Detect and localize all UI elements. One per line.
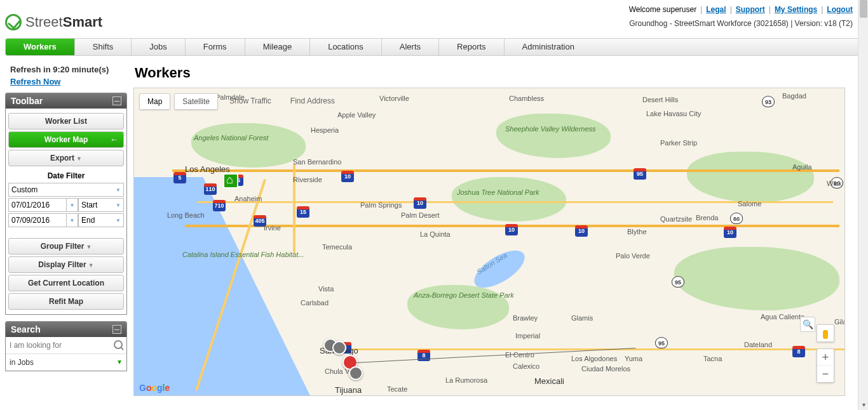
nav-locations[interactable]: Locations <box>310 39 382 55</box>
nav-forms[interactable]: Forms <box>186 39 245 55</box>
us-route-shield-icon: 93 <box>762 96 775 107</box>
map-city-label: Brenda <box>696 214 718 222</box>
map-city-label: Los Angeles <box>185 164 230 174</box>
scroll-down-icon[interactable]: ▾ <box>858 400 868 410</box>
display-filter-button[interactable]: Display Filter▼ <box>8 256 124 273</box>
nav-mileage[interactable]: Mileage <box>245 39 311 55</box>
end-date-input[interactable]: 07/09/2016 <box>8 213 67 227</box>
map-city-label: Anaheim <box>234 195 262 202</box>
worker-marker-icon[interactable] <box>332 341 346 355</box>
nav-alerts[interactable]: Alerts <box>382 39 439 55</box>
welcome-text: Welcome superuser <box>629 5 697 14</box>
header: StreetSmart Welcome superuser |Legal |Su… <box>0 0 868 32</box>
home-marker-icon[interactable] <box>223 173 238 188</box>
search-input[interactable] <box>6 337 126 354</box>
end-time-select[interactable]: End▼ <box>78 213 124 227</box>
group-filter-button[interactable]: Group Filter▼ <box>8 238 124 255</box>
map-canvas[interactable]: 5 110 15 710 405 15 10 10 10 10 95 10 8 … <box>134 88 844 395</box>
date-filter-type-select[interactable]: Custom▼ <box>8 183 124 197</box>
caret-down-icon: ▼ <box>116 187 121 193</box>
magnify-button[interactable]: 🔍 <box>800 317 815 332</box>
interstate-shield-icon: 110 <box>204 183 217 195</box>
logo: StreetSmart <box>5 14 102 30</box>
main-nav: Workers Shifts Jobs Forms Mileage Locati… <box>5 38 863 56</box>
map-container[interactable]: Map Satellite Show Traffic Find Address <box>133 88 845 396</box>
map-city-label: Victorville <box>379 95 409 102</box>
my-settings-link[interactable]: My Settings <box>775 5 817 14</box>
logo-text: StreetSmart <box>25 14 102 30</box>
end-date-picker-button[interactable]: ▼ <box>67 213 78 227</box>
map-controls: Map Satellite Show Traffic Find Address <box>139 93 342 110</box>
map-tab-find-address[interactable]: Find Address <box>283 93 342 110</box>
zoom-in-button[interactable]: + <box>817 349 834 366</box>
nav-workers[interactable]: Workers <box>6 39 75 55</box>
search-icon[interactable] <box>114 340 123 349</box>
get-current-location-button[interactable]: Get Current Location <box>8 275 124 291</box>
worker-map-button[interactable]: Worker Map← <box>8 131 124 148</box>
start-date-input[interactable]: 07/01/2016 <box>8 198 67 212</box>
map-city-label: Irvine <box>264 224 281 232</box>
interstate-shield-icon: 10 <box>724 227 736 238</box>
map-city-label: Mexicali <box>534 376 564 386</box>
map-zoom-control: + − <box>817 348 834 383</box>
support-link[interactable]: Support <box>736 5 765 14</box>
export-button[interactable]: Export▼ <box>8 150 124 166</box>
toolbar-panel: Toolbar — Worker List Worker Map← Export… <box>5 93 127 315</box>
nav-jobs[interactable]: Jobs <box>132 39 185 55</box>
map-city-label: Temecula <box>322 243 352 251</box>
map-city-label: Palm Springs <box>360 201 402 209</box>
refit-map-button[interactable]: Refit Map <box>8 293 124 310</box>
pegman-icon[interactable] <box>817 324 834 342</box>
map-park-label: Catalina Island Essential Fish Habitat..… <box>182 251 246 258</box>
start-date-picker-button[interactable]: ▼ <box>67 198 78 212</box>
map-city-label: Aguila <box>792 163 812 171</box>
interstate-shield-icon: 5 <box>173 172 186 183</box>
map-city-label: Calexico <box>513 362 539 370</box>
map-city-label: Palo Verde <box>616 252 650 260</box>
map-city-label: Parker Strip <box>660 139 697 147</box>
nav-shifts[interactable]: Shifts <box>75 39 132 55</box>
map-city-label: Tijuana <box>335 385 362 395</box>
page-scrollbar[interactable]: ▴ ▾ <box>858 0 868 410</box>
us-route-shield-icon: 95 <box>655 337 668 348</box>
caret-down-icon: ▼ <box>76 155 82 162</box>
collapse-icon[interactable]: — <box>112 325 121 334</box>
map-city-label: Palm Desert <box>401 211 440 219</box>
page-title: Workers <box>135 65 863 81</box>
interstate-shield-icon: 10 <box>505 224 518 235</box>
nav-reports[interactable]: Reports <box>439 39 505 55</box>
start-time-select[interactable]: Start▼ <box>78 198 124 212</box>
map-city-label: San Bernardino <box>293 158 341 166</box>
interstate-shield-icon: 10 <box>575 225 588 237</box>
legal-link[interactable]: Legal <box>706 5 726 14</box>
map-city-label: Chambless <box>509 95 544 102</box>
map-city-label: Glamis <box>571 314 593 322</box>
map-tab-map[interactable]: Map <box>139 93 170 110</box>
worker-marker-icon[interactable] <box>349 366 363 380</box>
refresh-now-link[interactable]: Refresh Now <box>10 77 60 86</box>
collapse-icon[interactable]: — <box>112 96 121 105</box>
logout-link[interactable]: Logout <box>827 5 853 14</box>
map-tab-traffic[interactable]: Show Traffic <box>222 93 279 110</box>
map-city-label: Desert Hills <box>642 96 678 103</box>
sidebar: Refresh in 9:20 minute(s) Refresh Now To… <box>5 61 127 396</box>
map-city-label: Riverside <box>293 176 322 183</box>
map-tab-satellite[interactable]: Satellite <box>174 93 218 110</box>
search-panel: Search — in Jobs <box>5 321 127 371</box>
map-city-label: Carlsbad <box>301 299 329 307</box>
map-city-label: Tecate <box>387 385 407 393</box>
map-city-label: Brawley <box>513 314 538 322</box>
nav-administration[interactable]: Administration <box>505 39 592 55</box>
interstate-shield-icon: 10 <box>341 171 354 182</box>
map-city-label: Apple Valley <box>337 111 376 119</box>
map-city-label: Los Algodones <box>571 355 617 362</box>
header-top-links: Welcome superuser |Legal |Support |My Se… <box>629 5 853 14</box>
map-city-label: Dateland <box>744 341 772 348</box>
interstate-shield-icon: 15 <box>297 206 309 218</box>
search-scope-select[interactable]: in Jobs <box>6 354 126 371</box>
map-city-label: Blythe <box>627 228 647 235</box>
interstate-shield-icon: 8 <box>792 346 805 357</box>
worker-list-button[interactable]: Worker List <box>8 113 124 129</box>
zoom-out-button[interactable]: − <box>817 366 834 382</box>
map-city-label: Imperial <box>515 332 540 340</box>
